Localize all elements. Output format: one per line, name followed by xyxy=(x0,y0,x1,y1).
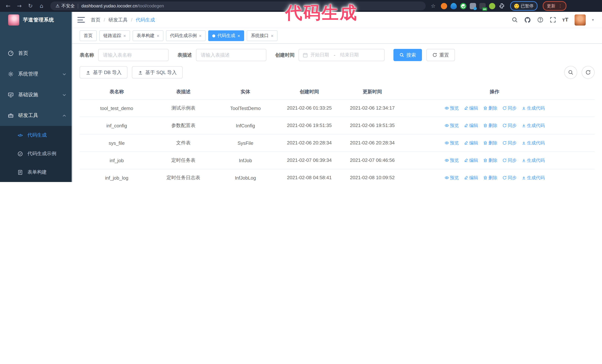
chevron-down-icon xyxy=(62,93,66,97)
home-icon[interactable]: ⌂ xyxy=(37,1,46,10)
sync-link[interactable]: 同步 xyxy=(502,122,516,129)
extension-icon-blue-drop[interactable] xyxy=(450,3,457,9)
bookmark-star-icon[interactable]: ☆ xyxy=(431,3,435,9)
show-search-button[interactable] xyxy=(564,66,577,79)
close-icon[interactable]: × xyxy=(157,33,159,38)
codegen-table: 表名称 表描述 实体 创建时间 更新时间 操作 tool_test_demo 测… xyxy=(80,84,595,182)
preview-link[interactable]: 预览 xyxy=(444,157,459,164)
delete-link[interactable]: 删除 xyxy=(483,122,497,129)
back-icon[interactable]: ← xyxy=(4,1,13,10)
browser-toolbar: ← → ↻ ⌂ ⚠ 不安全 dashboard.yudao.iocoder.cn… xyxy=(0,0,602,12)
help-icon[interactable] xyxy=(537,17,543,23)
table-desc-input[interactable] xyxy=(196,49,266,61)
edit-link[interactable]: 编辑 xyxy=(464,175,478,181)
date-separator: - xyxy=(332,52,337,58)
date-range-picker[interactable]: 开始日期 - 结束日期 xyxy=(299,49,385,61)
sync-link[interactable]: 同步 xyxy=(502,105,516,111)
forward-icon[interactable]: → xyxy=(15,1,24,10)
chrome-update-button[interactable]: 更新 ⋮ xyxy=(543,1,566,11)
tab-trace[interactable]: 链路追踪 × xyxy=(99,30,130,41)
close-icon[interactable]: × xyxy=(271,33,273,38)
search-button[interactable]: 搜索 xyxy=(393,49,422,61)
sidebar-item-label: 表单构建 xyxy=(27,169,47,176)
sidebar-item-system-api[interactable]: 系统接口 xyxy=(0,181,72,182)
search-icon[interactable] xyxy=(511,17,518,23)
table-name-input[interactable] xyxy=(98,49,169,61)
sidebar-item-codegen-example[interactable]: 代码生成示例 xyxy=(0,145,72,163)
generate-code-link[interactable]: 生成代码 xyxy=(521,122,545,129)
hamburger-icon[interactable] xyxy=(77,17,85,23)
sidebar-item-form-builder[interactable]: 表单构建 xyxy=(0,163,72,181)
date-start-placeholder: 开始日期 xyxy=(311,52,329,58)
close-icon[interactable]: × xyxy=(199,33,202,38)
delete-link[interactable]: 删除 xyxy=(483,140,497,146)
sidebar-item-system[interactable]: 系统管理 xyxy=(0,64,72,84)
edit-link[interactable]: 编辑 xyxy=(464,157,478,164)
fullscreen-icon[interactable] xyxy=(549,17,556,23)
generate-code-link[interactable]: 生成代码 xyxy=(521,175,545,181)
extension-icon-orange[interactable] xyxy=(441,3,447,9)
breadcrumb-devtools: 研发工具 xyxy=(108,16,128,23)
address-bar[interactable]: ⚠ 不安全 dashboard.yudao.iocoder.cn/tool/co… xyxy=(50,1,426,10)
tab-codegen-example[interactable]: 代码生成示例 × xyxy=(166,30,206,41)
table-row: inf_job 定时任务表 InfJob 2021-02-07 06:39:34… xyxy=(80,152,595,169)
sidebar-item-devtools[interactable]: 研发工具 xyxy=(0,105,72,126)
puzzle-extensions-icon[interactable] xyxy=(498,3,505,9)
tab-codegen[interactable]: 代码生成 × xyxy=(208,30,244,41)
tab-form-builder[interactable]: 表单构建 × xyxy=(133,30,163,41)
sidebar-item-codegen[interactable]: </> 代码生成 xyxy=(0,126,72,145)
app-logo-row[interactable]: 芋道管理系统 xyxy=(0,12,72,28)
sidebar-item-home[interactable]: 首页 xyxy=(0,43,72,64)
chevron-up-icon xyxy=(62,114,66,118)
delete-link[interactable]: 删除 xyxy=(483,157,497,164)
code-icon: </> xyxy=(17,132,23,138)
kebab-menu-icon[interactable]: ⋮ xyxy=(558,3,562,9)
col-header-created: 创建时间 xyxy=(278,89,341,95)
refresh-button[interactable] xyxy=(582,66,595,79)
avatar[interactable] xyxy=(575,14,586,25)
sync-link[interactable]: 同步 xyxy=(502,157,516,164)
reset-button[interactable]: 重置 xyxy=(426,49,455,61)
github-icon[interactable] xyxy=(524,16,531,23)
sidebar-menu: 首页 系统管理 基础设施 xyxy=(0,28,72,182)
delete-link[interactable]: 删除 xyxy=(483,175,497,181)
screen: ← → ↻ ⌂ ⚠ 不安全 dashboard.yudao.iocoder.cn… xyxy=(0,0,602,182)
font-size-icon[interactable]: тT xyxy=(562,17,568,23)
reload-icon[interactable]: ↻ xyxy=(26,1,35,10)
delete-link[interactable]: 删除 xyxy=(483,105,497,111)
tab-home[interactable]: 首页 xyxy=(80,30,97,41)
extension-icon-green-check[interactable] xyxy=(460,3,466,9)
not-secure-warning-icon: ⚠ xyxy=(55,3,60,9)
breadcrumb: 首页 / 研发工具 / 代码生成 xyxy=(91,16,155,23)
extension-icon-dark[interactable]: on xyxy=(479,3,485,9)
preview-link[interactable]: 预览 xyxy=(444,122,459,129)
table-name-label: 表名称 xyxy=(80,52,94,58)
avatar-caret-icon[interactable]: ▾ xyxy=(592,18,594,22)
import-sql-button[interactable]: 基于 SQL 导入 xyxy=(132,66,183,79)
edit-link[interactable]: 编辑 xyxy=(464,105,478,111)
close-icon[interactable]: × xyxy=(123,33,126,38)
logo-image xyxy=(8,14,19,26)
sync-link[interactable]: 同步 xyxy=(502,175,516,181)
extension-icon-grid[interactable] xyxy=(470,3,476,9)
cell-table-name: tool_test_demo xyxy=(80,105,154,111)
sidebar-item-infra[interactable]: 基础设施 xyxy=(0,84,72,105)
close-icon[interactable]: × xyxy=(237,33,240,38)
import-db-button[interactable]: 基于 DB 导入 xyxy=(80,66,128,79)
extension-icon-green-alien[interactable] xyxy=(489,3,495,9)
sync-link[interactable]: 同步 xyxy=(502,140,516,146)
edit-link[interactable]: 编辑 xyxy=(464,122,478,129)
preview-link[interactable]: 预览 xyxy=(444,140,459,146)
tab-system-api[interactable]: 系统接口 × xyxy=(247,30,278,41)
generate-code-link[interactable]: 生成代码 xyxy=(521,140,545,146)
edit-link[interactable]: 编辑 xyxy=(464,140,478,146)
preview-link[interactable]: 预览 xyxy=(444,175,459,181)
preview-link[interactable]: 预览 xyxy=(444,105,459,111)
update-label: 更新 xyxy=(547,3,555,9)
page-content: 表名称 表描述 创建时间 开始日期 - 结束日期 xyxy=(72,44,602,182)
generate-code-link[interactable]: 生成代码 xyxy=(521,157,545,164)
profile-paused-button[interactable]: 已暂停 xyxy=(510,1,538,11)
breadcrumb-home[interactable]: 首页 xyxy=(91,16,100,23)
cell-entity: InfJob xyxy=(213,157,278,163)
generate-code-link[interactable]: 生成代码 xyxy=(521,105,545,111)
